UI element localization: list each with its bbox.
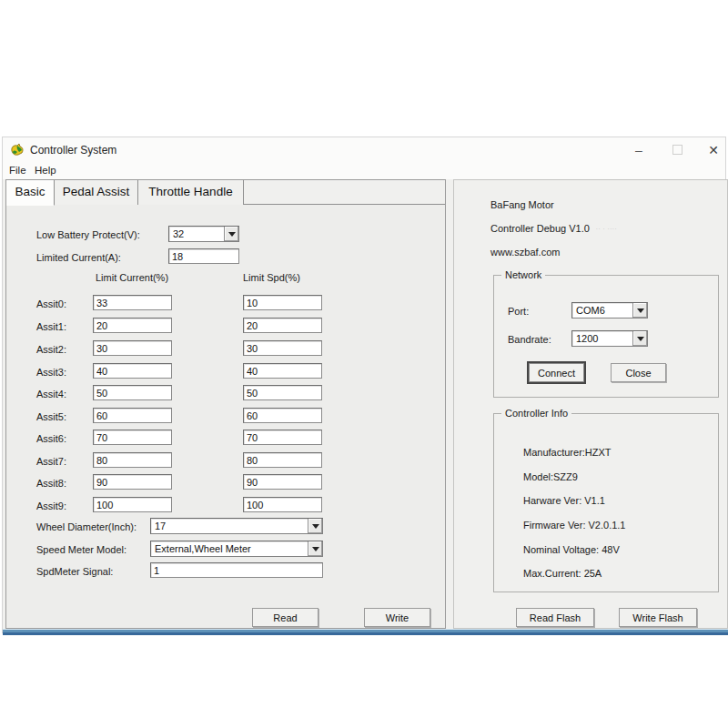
port-dropdown[interactable]: COM6 xyxy=(571,302,648,318)
assit7-speed-input[interactable] xyxy=(243,452,322,468)
assit2-speed-input[interactable] xyxy=(243,340,322,356)
tab-bar: Basic Pedal Assist Throttle Handle xyxy=(6,180,445,205)
assit1-label: Assit1: xyxy=(36,321,66,332)
tab-throttle-handle[interactable]: Throttle Handle xyxy=(138,180,244,205)
assit4-current-input[interactable] xyxy=(93,385,172,400)
menu-file[interactable]: File xyxy=(6,165,29,176)
write-button[interactable]: Write xyxy=(364,608,430,627)
assit6-current-input[interactable] xyxy=(93,430,172,445)
title-bar[interactable]: Controller System – ✕ xyxy=(3,137,725,163)
minimize-icon: – xyxy=(635,143,642,157)
bandrate-dropdown[interactable]: 1200 xyxy=(571,330,648,347)
port-value: COM6 xyxy=(576,305,605,316)
assit1-current-input[interactable] xyxy=(93,318,172,333)
assit3-speed-input[interactable] xyxy=(243,363,322,379)
speed-meter-label: Speed Meter Model: xyxy=(36,544,126,555)
connection-panel: BaFang Motor Controller Debug V1.0 ·· · … xyxy=(453,179,728,629)
connect-button[interactable]: Connect xyxy=(529,363,584,382)
network-group-title: Network xyxy=(501,269,545,280)
close-connection-button[interactable]: Close xyxy=(611,363,666,382)
max-current-text: Max.Current: 25A xyxy=(523,568,602,579)
read-flash-button[interactable]: Read Flash xyxy=(516,608,594,627)
chevron-down-icon[interactable] xyxy=(308,519,322,533)
chevron-down-icon[interactable] xyxy=(224,227,238,241)
limit-current-header: Limit Current(%) xyxy=(96,272,168,283)
spdmeter-signal-input[interactable] xyxy=(150,562,323,578)
limited-current-label: Limited Current(A): xyxy=(36,252,121,263)
low-battery-value: 32 xyxy=(173,228,184,239)
spdmeter-signal-label: SpdMeter Signal: xyxy=(36,566,113,577)
settings-panel: Basic Pedal Assist Throttle Handle Low B… xyxy=(5,179,446,629)
limited-current-input[interactable] xyxy=(168,248,239,264)
wheel-diameter-label: Wheel Diameter(Inch): xyxy=(36,521,136,532)
assit4-speed-input[interactable] xyxy=(243,385,322,400)
port-label: Port: xyxy=(508,306,529,317)
assit0-speed-input[interactable] xyxy=(243,295,322,310)
low-battery-label: Low Battery Protect(V): xyxy=(36,229,140,240)
write-flash-button[interactable]: Write Flash xyxy=(619,608,697,627)
assit7-current-input[interactable] xyxy=(93,452,172,468)
tiny-text-smudge: ·· · ···· xyxy=(596,226,617,231)
brand-name: BaFang Motor xyxy=(490,199,554,210)
chevron-down-icon[interactable] xyxy=(632,303,647,318)
close-button[interactable]: ✕ xyxy=(702,141,725,159)
screen: Controller System – ✕ File Help Basic Pe… xyxy=(0,0,728,728)
app-window: Controller System – ✕ File Help Basic Pe… xyxy=(2,136,726,633)
website-text: www.szbaf.com xyxy=(490,247,560,258)
hardware-ver-text: Harware Ver: V1.1 xyxy=(523,495,605,506)
assit2-label: Assit2: xyxy=(36,344,66,355)
menu-bar: File Help xyxy=(3,163,725,179)
nominal-voltage-text: Nominal Voltage: 48V xyxy=(523,544,620,555)
assit5-current-input[interactable] xyxy=(93,408,172,423)
window-bottom-edge xyxy=(3,629,728,635)
app-icon xyxy=(10,142,25,157)
assit8-current-input[interactable] xyxy=(93,474,172,490)
close-icon: ✕ xyxy=(708,143,719,157)
assit0-current-input[interactable] xyxy=(93,295,172,310)
assit4-label: Assit4: xyxy=(36,389,66,399)
low-battery-dropdown[interactable]: 32 xyxy=(168,226,239,242)
assit6-speed-input[interactable] xyxy=(243,430,322,445)
assit2-current-input[interactable] xyxy=(93,340,172,356)
menu-help[interactable]: Help xyxy=(32,165,59,176)
assit6-label: Assit6: xyxy=(36,433,66,444)
bandrate-value: 1200 xyxy=(576,333,598,344)
assit9-speed-input[interactable] xyxy=(243,497,322,512)
speed-meter-dropdown[interactable]: External,Wheel Meter xyxy=(150,541,323,557)
minimize-button[interactable]: – xyxy=(627,141,651,159)
assit0-label: Assit0: xyxy=(36,298,66,309)
window-title: Controller System xyxy=(30,144,116,157)
speed-meter-value: External,Wheel Meter xyxy=(155,543,251,554)
assit1-speed-input[interactable] xyxy=(243,318,322,333)
assit5-speed-input[interactable] xyxy=(243,408,322,423)
maximize-button[interactable] xyxy=(665,141,689,159)
wheel-diameter-value: 17 xyxy=(155,521,166,531)
assit9-current-input[interactable] xyxy=(93,497,172,512)
chevron-down-icon[interactable] xyxy=(632,331,647,346)
bandrate-label: Bandrate: xyxy=(508,334,551,345)
read-button[interactable]: Read xyxy=(252,608,318,627)
network-group: Network Port: COM6 Bandrate: 1200 Connec… xyxy=(493,275,719,398)
tab-pedal-assist[interactable]: Pedal Assist xyxy=(55,180,138,205)
tab-basic[interactable]: Basic xyxy=(6,180,55,206)
limit-speed-header: Limit Spd(%) xyxy=(243,272,300,283)
firmware-ver-text: Firmware Ver: V2.0.1.1 xyxy=(523,520,626,531)
wheel-diameter-dropdown[interactable]: 17 xyxy=(150,518,323,534)
model-text: Model:SZZ9 xyxy=(523,471,578,482)
controller-info-title: Controller Info xyxy=(501,408,571,419)
manufacturer-text: Manufacturer:HZXT xyxy=(523,447,612,458)
maximize-icon xyxy=(672,145,682,155)
assit8-label: Assit8: xyxy=(36,478,66,489)
assit7-label: Assit7: xyxy=(36,456,66,467)
assit3-label: Assit3: xyxy=(36,367,66,378)
controller-info-group: Controller Info Manufacturer:HZXT Model:… xyxy=(493,413,719,592)
app-version: Controller Debug V1.0 xyxy=(490,223,590,234)
assit8-speed-input[interactable] xyxy=(243,474,322,490)
assit9-label: Assit9: xyxy=(36,500,66,511)
assit3-current-input[interactable] xyxy=(93,363,172,379)
chevron-down-icon[interactable] xyxy=(308,541,322,556)
assit5-label: Assit5: xyxy=(36,411,66,422)
